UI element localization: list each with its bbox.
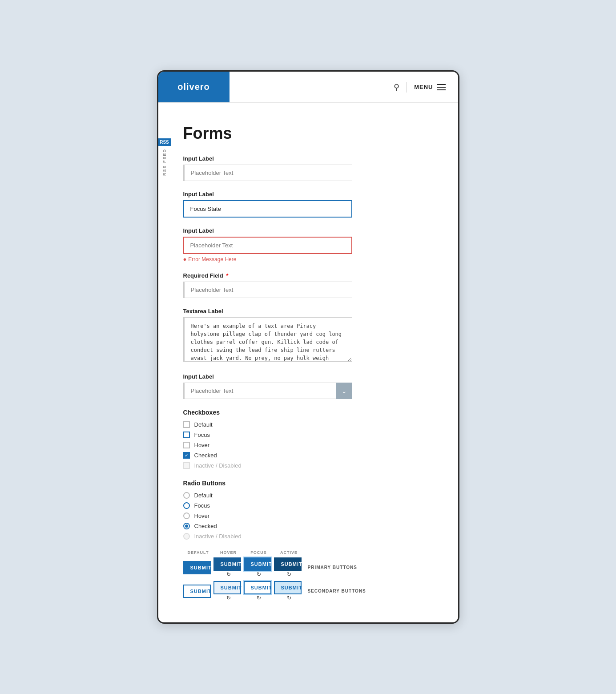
active-cursor-icon: ↻: [287, 571, 291, 577]
primary-btn-focus-wrapper: SUBMIT ↻: [244, 557, 274, 577]
checkbox-label-focus: Focus: [194, 432, 210, 438]
hover-cursor-icon: ↻: [226, 571, 231, 577]
select-label: Input Label: [183, 373, 437, 380]
checkbox-focus[interactable]: Focus: [183, 432, 437, 438]
radio-circle-focus: [183, 502, 190, 509]
primary-buttons-label: PRIMARY BUTTONS: [308, 565, 358, 570]
input-field-error[interactable]: [183, 237, 352, 254]
radio-label-disabled: Inactive / Disabled: [194, 533, 242, 540]
state-label-active: ACTIVE: [274, 550, 304, 555]
radio-focus[interactable]: Focus: [183, 502, 437, 509]
primary-buttons-row: SUBMIT SUBMIT ↻ SUBMIT ↻ SUBMIT ↻ PRIMAR…: [183, 557, 437, 577]
radio-label-default: Default: [194, 492, 213, 499]
page-title: Forms: [183, 124, 437, 143]
secondary-btn-focus-wrapper: SUBMIT ↻: [244, 581, 274, 601]
input-field-1[interactable]: [183, 165, 352, 181]
secondary-hover-cursor: ↻: [226, 595, 231, 601]
primary-btn-hover-wrapper: SUBMIT ↻: [213, 557, 244, 577]
primary-btn-focus[interactable]: SUBMIT: [244, 557, 271, 571]
device-frame: olivero ⚲ MENU RSS RSS FEED Forms Input …: [157, 70, 459, 624]
checkbox-hover[interactable]: Hover: [183, 442, 437, 448]
input-field-required[interactable]: [183, 282, 352, 298]
select-chevron-button[interactable]: ⌄: [336, 383, 352, 399]
error-icon: ●: [183, 256, 187, 262]
checkbox-label-disabled: Inactive / Disabled: [194, 462, 242, 469]
select-input[interactable]: [183, 383, 336, 399]
radio-buttons-heading: Radio Buttons: [183, 480, 437, 487]
secondary-btn-active-wrapper: SUBMIT ↻: [274, 581, 304, 601]
checkbox-disabled: Inactive / Disabled: [183, 462, 437, 469]
radio-label-hover: Hover: [194, 512, 210, 519]
radio-disabled: Inactive / Disabled: [183, 533, 437, 540]
rss-sidebar[interactable]: RSS RSS FEED: [158, 138, 171, 176]
state-label-hover: HOVER: [213, 550, 244, 555]
radio-label-checked: Checked: [194, 523, 217, 529]
required-star: *: [226, 272, 228, 279]
radio-hover[interactable]: Hover: [183, 512, 437, 519]
header-divider: [407, 82, 407, 93]
secondary-btn-active[interactable]: SUBMIT: [274, 581, 302, 594]
input-label-3: Input Label: [183, 227, 437, 234]
primary-btn-default[interactable]: SUBMIT: [183, 561, 211, 574]
focus-cursor-icon: ↻: [257, 571, 261, 577]
checkbox-label-default: Default: [194, 421, 213, 428]
secondary-buttons-row: SUBMIT SUBMIT ↻ SUBMIT ↻ SUBMIT ↻ SECOND…: [183, 581, 437, 601]
form-group-textarea: Textarea Label Here's an example of a te…: [183, 308, 437, 363]
secondary-btn-hover[interactable]: SUBMIT: [213, 581, 241, 594]
radio-default[interactable]: Default: [183, 492, 437, 499]
rss-label: RSS FEED: [162, 149, 167, 176]
secondary-btn-hover-wrapper: SUBMIT ↻: [213, 581, 244, 601]
radio-group: Default Focus Hover Checked Inactive / D…: [183, 492, 437, 540]
buttons-section: DEFAULT HOVER FOCUS ACTIVE SUBMIT SUBMIT…: [183, 550, 437, 601]
hamburger-icon: [437, 84, 446, 90]
primary-btn-active[interactable]: SUBMIT: [274, 557, 302, 571]
secondary-focus-cursor: ↻: [257, 595, 261, 601]
input-label-1: Input Label: [183, 155, 437, 162]
checkbox-default[interactable]: Default: [183, 421, 437, 428]
radio-circle-default: [183, 492, 190, 499]
checkboxes-section: Checkboxes Default Focus Hover ✓ Checked: [183, 409, 437, 469]
checkboxes-heading: Checkboxes: [183, 409, 437, 416]
form-group-input-4: Required Field *: [183, 272, 437, 298]
radio-label-focus: Focus: [194, 502, 210, 509]
radio-circle-disabled: [183, 533, 190, 540]
textarea-label: Textarea Label: [183, 308, 437, 315]
secondary-btn-default[interactable]: SUBMIT: [183, 585, 211, 598]
select-wrapper: ⌄: [183, 383, 352, 399]
site-logo[interactable]: olivero: [158, 72, 229, 102]
checkbox-box-default: [183, 421, 190, 428]
checkbox-label-hover: Hover: [194, 442, 210, 448]
header: olivero ⚲ MENU: [158, 72, 458, 103]
state-labels-row: DEFAULT HOVER FOCUS ACTIVE: [183, 550, 437, 555]
secondary-btn-focus[interactable]: SUBMIT: [244, 581, 271, 594]
checkbox-box-checked: ✓: [183, 452, 190, 459]
secondary-buttons-label: SECONDARY BUTTONS: [308, 589, 366, 593]
input-field-focus[interactable]: [183, 200, 352, 218]
state-label-default: DEFAULT: [183, 550, 213, 555]
state-label-focus: FOCUS: [244, 550, 274, 555]
checkbox-box-focus: [183, 432, 190, 438]
form-group-input-2: Input Label: [183, 191, 437, 218]
primary-btn-hover[interactable]: SUBMIT: [213, 557, 241, 571]
search-icon[interactable]: ⚲: [394, 82, 399, 92]
error-message: ● Error Message Here: [183, 256, 437, 262]
radio-checked[interactable]: Checked: [183, 523, 437, 529]
required-field-label: Required Field *: [183, 272, 437, 279]
textarea-field[interactable]: Here's an example of a text area Piracy …: [183, 317, 352, 362]
menu-button[interactable]: MENU: [414, 84, 445, 90]
secondary-active-cursor: ↻: [287, 595, 291, 601]
secondary-btn-default-wrapper: SUBMIT: [183, 585, 213, 598]
header-right: ⚲ MENU: [229, 72, 458, 102]
form-group-select: Input Label ⌄: [183, 373, 437, 399]
radio-circle-hover: [183, 512, 190, 519]
menu-label: MENU: [414, 84, 433, 90]
radio-buttons-section: Radio Buttons Default Focus Hover Checke…: [183, 480, 437, 540]
checkbox-label-checked: Checked: [194, 452, 217, 459]
checkbox-group: Default Focus Hover ✓ Checked Inactive /…: [183, 421, 437, 469]
rss-icon: RSS: [158, 138, 171, 146]
error-text: Error Message Here: [188, 256, 236, 262]
primary-btn-active-wrapper: SUBMIT ↻: [274, 557, 304, 577]
primary-btn-default-wrapper: SUBMIT: [183, 561, 213, 574]
checkbox-checked[interactable]: ✓ Checked: [183, 452, 437, 459]
radio-circle-checked: [183, 523, 190, 529]
